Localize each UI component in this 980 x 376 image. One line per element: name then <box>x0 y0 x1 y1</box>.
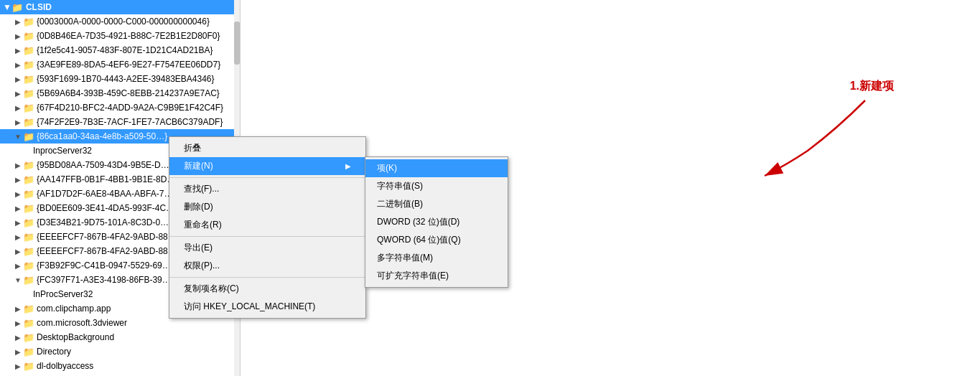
folder-icon-item11: 📁 <box>23 174 34 185</box>
folder-icon-item18: 📁 <box>23 275 34 286</box>
submenu-item-label-cm2-multi: 多字符串值(M) <box>377 253 433 263</box>
menu-item-cm1-find[interactable]: 查找(F)... <box>169 180 365 198</box>
tree-item-item4[interactable]: ▶📁{3AE9FE89-8DA5-4EF6-9E27-F7547EE06DD7} <box>0 57 240 72</box>
tree-item-item21[interactable]: ▶📁DesktopBackground <box>0 330 240 344</box>
item-label-item13: {BD0EE609-3E41-4DA5-993F-4C…} <box>37 203 177 213</box>
submenu-item-cm2-qword[interactable]: QWORD (64 位)值(Q) <box>365 231 508 249</box>
menu-item-cm1-fold[interactable]: 折叠 <box>169 139 365 157</box>
clsid-folder-icon: 📁 <box>11 2 23 13</box>
submenu-item-cm2-expand[interactable]: 可扩充字符串值(E) <box>365 267 508 285</box>
item-label-item2: {0D8B46EA-7D35-4921-B88C-7E2B1E2D80F0} <box>37 31 220 41</box>
expand-arrow-item20: ▶ <box>13 319 23 327</box>
submenu-arrow-cm1-new: ▶ <box>345 162 351 170</box>
expand-arrow-item14: ▶ <box>13 219 23 227</box>
submenu-item-cm2-multi[interactable]: 多字符串值(M) <box>365 249 508 267</box>
item-label-item16: {EEEEFCF7-867B-4FA2-9ABD-88…} <box>37 246 179 256</box>
menu-separator-2 <box>169 177 365 178</box>
submenu-item-cm2-str[interactable]: 字符串值(S) <box>365 177 508 195</box>
menu-item-label-cm1-rename: 重命名(R) <box>184 219 222 231</box>
expand-arrow-item15: ▶ <box>13 233 23 241</box>
item-label-item1: {0003000A-0000-0000-C000-000000000046} <box>37 17 210 27</box>
folder-icon-item16: 📁 <box>23 246 34 257</box>
tree-item-item22[interactable]: ▶📁Directory <box>0 344 240 359</box>
expand-arrow-item16: ▶ <box>13 248 23 255</box>
folder-icon-item15: 📁 <box>23 232 34 243</box>
annotation-arrow <box>693 93 894 187</box>
folder-icon-item2: 📁 <box>23 31 34 42</box>
folder-icon-item14: 📁 <box>23 217 34 228</box>
tree-item-item2[interactable]: ▶📁{0D8B46EA-7D35-4921-B88C-7E2B1E2D80F0} <box>0 29 240 43</box>
expand-arrow-item22: ▶ <box>13 348 23 356</box>
submenu-item-cm2-bin[interactable]: 二进制值(B) <box>365 195 508 213</box>
item-label-item7: {67F4D210-BFC2-4ADD-9A2A-C9B9E1F42C4F} <box>37 103 223 113</box>
submenu-item-cm2-item[interactable]: 项(K) <box>365 159 508 177</box>
submenu-item-label-cm2-item: 项(K) <box>377 163 397 173</box>
item-label-item9: {86ca1aa0-34aa-4e8b-a509-50…} <box>37 131 167 141</box>
tree-item-item8[interactable]: ▶📁{74F2F2E9-7B3E-7ACF-1FE7-7ACB6C379ADF} <box>0 115 240 129</box>
clsid-header[interactable]: ▼ 📁 CLSID <box>0 0 240 14</box>
item-label-item17: {F3B92F9C-C41B-0947-5529-69…} <box>37 260 174 271</box>
item-label-item5: {593F1699-1B70-4443-A2EE-39483EBA4346} <box>37 74 215 84</box>
folder-icon-item23: 📁 <box>23 361 34 372</box>
folder-icon-item8: 📁 <box>23 117 34 128</box>
expand-arrow-item21: ▶ <box>13 334 23 342</box>
submenu-item-label-cm2-dword: DWORD (32 位)值(D) <box>377 217 459 227</box>
submenu-item-label-cm2-qword: QWORD (64 位)值(Q) <box>377 235 461 245</box>
tree-item-item3[interactable]: ▶📁{1f2e5c41-9057-483F-807E-1D21C4AD21BA} <box>0 43 240 57</box>
submenu-item-cm2-dword[interactable]: DWORD (32 位)值(D) <box>365 213 508 231</box>
tree-item-item7[interactable]: ▶📁{67F4D210-BFC2-4ADD-9A2A-C9B9E1F42C4F} <box>0 100 240 115</box>
item-label-item6: {5B69A6B4-393B-459C-8EBB-214237A9E7AC} <box>37 88 220 98</box>
submenu-item-label-cm2-bin: 二进制值(B) <box>377 199 423 209</box>
expand-arrow-item7: ▶ <box>13 104 23 112</box>
menu-item-cm1-visit[interactable]: 访问 HKEY_LOCAL_MACHINE(T) <box>169 298 365 316</box>
folder-icon-item17: 📁 <box>23 260 34 271</box>
menu-item-cm1-new[interactable]: 新建(N)▶ <box>169 157 365 175</box>
clsid-expand-arrow: ▼ <box>3 2 11 12</box>
menu-separator-5 <box>169 236 365 237</box>
item-label-item20: com.microsoft.3dviewer <box>37 318 127 328</box>
item-label-item19: com.clipchamp.app <box>37 304 111 314</box>
menu-item-label-cm1-delete: 删除(D) <box>184 201 213 213</box>
menu-item-cm1-copykey[interactable]: 复制项名称(C) <box>169 280 365 298</box>
expand-arrow-item5: ▶ <box>13 75 23 83</box>
menu-item-cm1-export[interactable]: 导出(E) <box>169 239 365 257</box>
menu-item-cm1-rename[interactable]: 重命名(R) <box>169 216 365 234</box>
expand-arrow-item11: ▶ <box>13 176 23 184</box>
expand-arrow-item17: ▶ <box>13 262 23 270</box>
expand-arrow-item3: ▶ <box>13 47 23 55</box>
submenu-item-label-cm2-str: 字符串值(S) <box>377 181 423 191</box>
item-label-item18a: InProcServer32 <box>33 289 93 299</box>
folder-icon-item4: 📁 <box>23 60 34 70</box>
item-label-item18: {FC397F71-A3E3-4198-86FB-39…} <box>37 275 174 285</box>
expand-arrow-item2: ▶ <box>13 32 23 40</box>
folder-icon-item3: 📁 <box>23 45 34 56</box>
folder-icon-item10: 📁 <box>23 160 34 171</box>
item-label-item10: {95BD08AA-7509-43D4-9B5E-D…} <box>37 160 172 170</box>
item-label-item12: {AF1D7D2F-6AE8-4BAA-ABFA-7…} <box>37 189 175 199</box>
expand-arrow-item8: ▶ <box>13 118 23 126</box>
folder-icon-item13: 📁 <box>23 203 34 214</box>
folder-icon-item9: 📁 <box>23 131 34 142</box>
folder-icon-item22: 📁 <box>23 347 34 357</box>
tree-item-item5[interactable]: ▶📁{593F1699-1B70-4443-A2EE-39483EBA4346} <box>0 72 240 86</box>
expand-arrow-item12: ▶ <box>13 190 23 198</box>
expand-arrow-item9: ▼ <box>13 133 23 141</box>
tree-item-item6[interactable]: ▶📁{5B69A6B4-393B-459C-8EBB-214237A9E7AC} <box>0 86 240 100</box>
item-label-item23: dl-dolbyaccess <box>37 361 93 371</box>
item-label-item22: Directory <box>37 347 71 357</box>
folder-icon-item5: 📁 <box>23 74 34 85</box>
tree-item-item1[interactable]: ▶📁{0003000A-0000-0000-C000-000000000046} <box>0 14 240 29</box>
expand-arrow-item1: ▶ <box>13 18 23 26</box>
menu-item-cm1-delete[interactable]: 删除(D) <box>169 198 365 216</box>
expand-arrow-item23: ▶ <box>13 362 23 370</box>
menu-separator-7 <box>169 277 365 278</box>
menu-item-label-cm1-copykey: 复制项名称(C) <box>184 283 239 295</box>
folder-icon-item20: 📁 <box>23 318 34 329</box>
scroll-thumb[interactable] <box>234 22 240 65</box>
menu-item-cm1-perm[interactable]: 权限(P)... <box>169 257 365 275</box>
item-label-item14: {D3E34B21-9D75-101A-8C3D-0…} <box>37 217 172 227</box>
expand-arrow-item10: ▶ <box>13 161 23 169</box>
menu-item-label-cm1-export: 导出(E) <box>184 242 213 254</box>
context-menu2: 项(K)字符串值(S)二进制值(B)DWORD (32 位)值(D)QWORD … <box>365 156 508 288</box>
tree-item-item23[interactable]: ▶📁dl-dolbyaccess <box>0 359 240 373</box>
